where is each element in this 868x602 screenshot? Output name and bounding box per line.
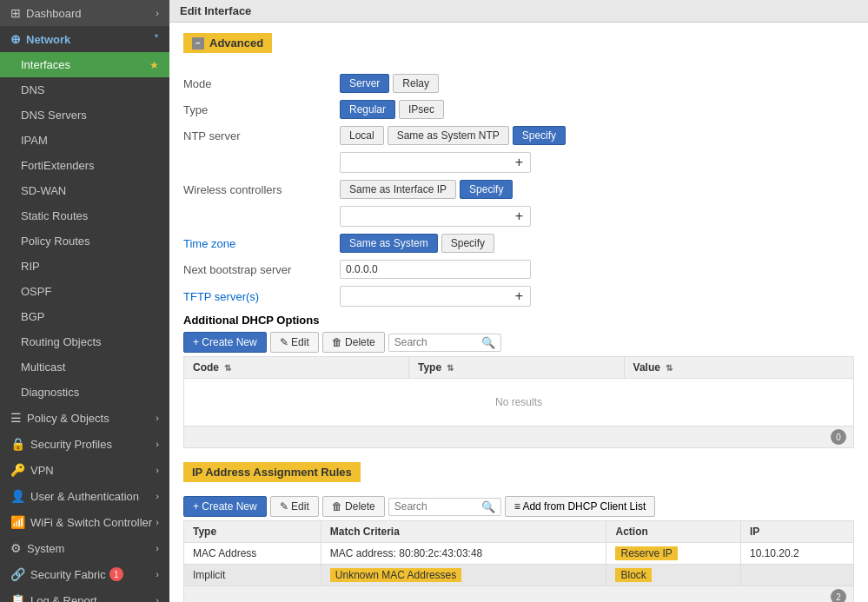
system-chevron: › <box>156 543 159 553</box>
ip-row-implicit[interactable]: Implicit Unknown MAC Addresses Block <box>184 565 854 586</box>
dhcp-create-btn[interactable]: + Create New <box>183 332 267 353</box>
ip-action-implicit: Block <box>606 565 741 586</box>
sidebar-item-multicast[interactable]: Multicast <box>0 354 169 380</box>
tftp-label: TFTP server(s) <box>183 290 340 303</box>
sort-icon-value: ⇅ <box>666 363 673 373</box>
mode-label: Mode <box>183 77 340 90</box>
ntp-local-btn[interactable]: Local <box>340 126 384 145</box>
bootstrap-row: Next bootstrap server <box>183 260 854 279</box>
sidebar-label-bgp: BGP <box>21 310 44 323</box>
bootstrap-input[interactable] <box>340 260 531 279</box>
wireless-plus-btn[interactable]: + <box>512 208 527 224</box>
dhcp-no-results: No results <box>184 379 854 427</box>
sidebar-item-forti-extenders[interactable]: FortiExtenders <box>0 153 169 178</box>
policy-icon: ☰ <box>10 411 22 425</box>
tftp-input-container: + <box>340 286 531 307</box>
mode-server-btn[interactable]: Server <box>340 74 389 93</box>
sidebar-item-security-profiles[interactable]: 🔒 Security Profiles › <box>0 431 169 457</box>
ip-create-btn[interactable]: + Create New <box>183 496 267 517</box>
sidebar-label-routing-objects: Routing Objects <box>21 335 102 348</box>
dhcp-search-input[interactable] <box>394 336 481 348</box>
ip-row-mac[interactable]: MAC Address MAC address: 80:80:2c:43:03:… <box>184 543 854 565</box>
sidebar-item-interfaces[interactable]: Interfaces ★ <box>0 52 169 77</box>
ntp-label: NTP server <box>183 129 340 142</box>
sidebar-item-system[interactable]: ⚙ System › <box>0 535 169 561</box>
sidebar-item-bgp[interactable]: BGP <box>0 304 169 329</box>
sidebar-item-dns[interactable]: DNS <box>0 77 169 103</box>
ntp-same-btn[interactable]: Same as System NTP <box>388 126 509 145</box>
ip-col-match[interactable]: Match Criteria <box>321 521 606 543</box>
ip-search-icon[interactable]: 🔍 <box>481 500 495 513</box>
ntp-controls: Local Same as System NTP Specify <box>340 126 566 145</box>
ip-edit-btn[interactable]: ✎ Edit <box>270 496 319 517</box>
timezone-specify-btn[interactable]: Specify <box>441 234 494 253</box>
sidebar-item-sd-wan[interactable]: SD-WAN <box>0 178 169 203</box>
sidebar-item-wifi-switch[interactable]: 📶 WiFi & Switch Controller › <box>0 509 169 535</box>
dhcp-delete-btn[interactable]: 🗑 Delete <box>322 332 385 353</box>
ntp-input[interactable] <box>344 156 512 169</box>
ip-search-input[interactable] <box>394 500 481 513</box>
sidebar-label-static-routes: Static Routes <box>21 209 88 222</box>
sidebar-label-ospf: OSPF <box>21 285 51 298</box>
dhcp-col-code[interactable]: Code ⇅ <box>184 357 409 379</box>
wireless-same-btn[interactable]: Same as Interface IP <box>340 180 456 199</box>
type-ipsec-btn[interactable]: IPsec <box>399 100 444 119</box>
system-icon: ⚙ <box>10 541 22 555</box>
sidebar-item-dashboard[interactable]: ⊞ Dashboard › <box>0 0 169 26</box>
advanced-section-toggle[interactable]: − Advanced <box>183 33 272 53</box>
sidebar-item-policy-routes[interactable]: Policy Routes <box>0 228 169 254</box>
mode-relay-btn[interactable]: Relay <box>393 74 439 93</box>
network-chevron-icon: ˅ <box>154 34 159 45</box>
action-block-badge: Block <box>615 568 651 582</box>
match-unknown-badge: Unknown MAC Addresses <box>330 568 461 582</box>
ip-search-box: 🔍 <box>388 498 501 516</box>
sidebar-label-sd-wan: SD-WAN <box>21 184 66 197</box>
ntp-specify-btn[interactable]: Specify <box>513 126 566 145</box>
sidebar-item-static-routes[interactable]: Static Routes <box>0 203 169 228</box>
ip-col-action[interactable]: Action <box>606 521 741 543</box>
sidebar-item-policy-objects[interactable]: ☰ Policy & Objects › <box>0 405 169 431</box>
sidebar-item-user-auth[interactable]: 👤 User & Authentication › <box>0 483 169 509</box>
dhcp-search-box: 🔍 <box>388 334 501 352</box>
security-profiles-chevron: › <box>156 439 159 449</box>
add-dhcp-client-btn[interactable]: ≡ Add from DHCP Client List <box>505 496 656 517</box>
type-label: Type <box>183 103 340 116</box>
tftp-plus-btn[interactable]: + <box>512 288 527 304</box>
sort-icon-code: ⇅ <box>224 363 231 373</box>
sidebar-item-dns-servers[interactable]: DNS Servers <box>0 103 169 128</box>
chevron-icon: › <box>156 8 159 18</box>
ip-delete-btn[interactable]: 🗑 Delete <box>322 496 385 517</box>
sidebar-item-network[interactable]: ⊕ Network ˅ <box>0 26 169 52</box>
wireless-specify-btn[interactable]: Specify <box>460 180 513 199</box>
sidebar-label-multicast: Multicast <box>21 361 65 374</box>
user-chevron: › <box>156 491 159 501</box>
dhcp-col-type[interactable]: Type ⇅ <box>409 357 625 379</box>
sidebar-item-rip[interactable]: RIP <box>0 254 169 279</box>
sidebar-item-diagnostics[interactable]: Diagnostics <box>0 380 169 405</box>
sidebar-item-ipam[interactable]: IPAM <box>0 128 169 153</box>
sidebar-label-security-fabric: Security Fabric <box>30 568 106 581</box>
sidebar-label-rip: RIP <box>21 260 40 273</box>
ip-table-footer: 2 <box>183 586 854 602</box>
star-icon: ★ <box>149 59 159 71</box>
dhcp-edit-btn[interactable]: ✎ Edit <box>270 332 319 353</box>
type-regular-btn[interactable]: Regular <box>340 100 395 119</box>
ip-col-ip[interactable]: IP <box>740 521 853 543</box>
dhcp-col-value[interactable]: Value ⇅ <box>624 357 853 379</box>
sidebar: ⊞ Dashboard › ⊕ Network ˅ Interfaces ★ D… <box>0 0 169 602</box>
dhcp-search-icon[interactable]: 🔍 <box>481 336 495 349</box>
sidebar-item-log-report[interactable]: 📋 Log & Report › <box>0 587 169 602</box>
sidebar-item-vpn[interactable]: 🔑 VPN › <box>0 457 169 483</box>
sidebar-item-ospf[interactable]: OSPF <box>0 279 169 304</box>
sidebar-item-security-fabric[interactable]: 🔗 Security Fabric 1 › <box>0 561 169 587</box>
tftp-input[interactable] <box>344 290 512 302</box>
fabric-icon: 🔗 <box>10 567 25 581</box>
wireless-input[interactable] <box>344 210 512 222</box>
ip-col-type[interactable]: Type <box>184 521 321 543</box>
security-profiles-icon: 🔒 <box>10 437 25 451</box>
ntp-plus-btn[interactable]: + <box>512 155 527 170</box>
vpn-chevron: › <box>156 465 159 475</box>
sidebar-item-routing-objects[interactable]: Routing Objects <box>0 329 169 354</box>
wifi-icon: 📶 <box>10 515 25 529</box>
timezone-same-btn[interactable]: Same as System <box>340 234 438 253</box>
